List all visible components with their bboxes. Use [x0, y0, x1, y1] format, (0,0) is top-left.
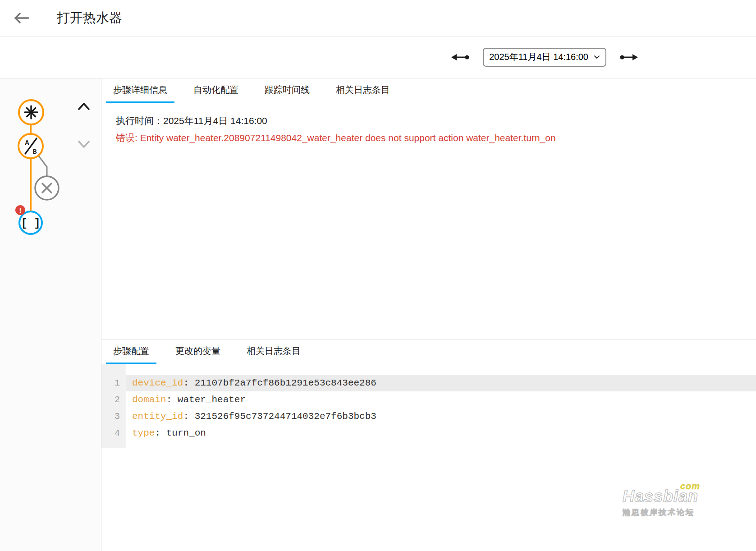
step-details-pane: 执行时间：2025年11月4日 14:16:00 错误: Entity wate…	[101, 103, 756, 340]
code-line: device_id: 21107bf2a7fcf86b1291e53c843ee…	[126, 375, 756, 391]
tab-automation-config[interactable]: 自动化配置	[186, 78, 246, 103]
previous-trace-button[interactable]	[449, 51, 472, 64]
chevron-down-icon	[79, 142, 89, 147]
graph-node-action[interactable]: [ ] !	[15, 205, 42, 234]
yaml-sep: :	[183, 411, 194, 422]
code-line: entity_id: 321526f95c737244714032e7f6b3b…	[126, 408, 756, 425]
yaml-value: 21107bf2a7fcf86b1291e53c843ee286	[195, 378, 376, 388]
graph-node-condition-failed[interactable]	[35, 176, 59, 200]
yaml-key: type	[132, 428, 155, 438]
back-button[interactable]	[13, 9, 31, 27]
tab-step-config[interactable]: 步骤配置	[106, 340, 156, 364]
trace-timestamp-select[interactable]: 2025年11月4日 14:16:00	[483, 48, 606, 67]
line-number: 3	[101, 408, 126, 425]
trace-toolbar: 2025年11月4日 14:16:00	[0, 37, 756, 78]
graph-connector-failed	[38, 156, 47, 176]
yaml-value: turn_on	[166, 428, 206, 438]
executed-time-line: 执行时间：2025年11月4日 14:16:00	[116, 115, 742, 127]
yaml-value: water_heater	[178, 395, 246, 405]
arrow-left-dot-icon	[450, 52, 470, 62]
svg-text:!: !	[19, 207, 22, 214]
main-area: A B [ ] !	[0, 78, 756, 551]
asterisk-icon	[25, 106, 37, 119]
tab-related-logbook[interactable]: 相关日志条目	[329, 78, 397, 103]
tab-step-details[interactable]: 步骤详细信息	[106, 78, 174, 103]
graph-node-trigger[interactable]	[19, 100, 43, 124]
step-config-tabs: 步骤配置 更改的变量 相关日志条目	[101, 340, 756, 364]
trace-graph-panel: A B [ ] !	[0, 78, 101, 551]
next-trace-button[interactable]	[617, 51, 641, 64]
app-header: 打开热水器	[0, 0, 756, 37]
move-down-button[interactable]	[79, 142, 89, 147]
yaml-sep: :	[155, 428, 166, 438]
chevron-down-icon	[594, 55, 600, 59]
trace-graph: A B [ ] !	[0, 78, 101, 250]
tab-related-logbook-2[interactable]: 相关日志条目	[239, 340, 308, 364]
code-line: type: turn_on	[126, 425, 756, 441]
yaml-sep: :	[166, 395, 178, 405]
dot-arrow-right-icon	[619, 52, 639, 62]
error-message: 错误: Entity water_heater.208907211498042_…	[116, 132, 742, 144]
tab-trace-timeline[interactable]: 跟踪时间线	[257, 78, 317, 103]
yaml-key: device_id	[132, 378, 183, 388]
svg-text:A: A	[25, 139, 29, 147]
trace-timestamp-value: 2025年11月4日 14:16:00	[489, 51, 588, 63]
graph-node-condition[interactable]: A B	[18, 134, 43, 158]
chevron-up-icon	[79, 104, 89, 109]
tab-changed-variables[interactable]: 更改的变量	[168, 340, 228, 364]
code-brackets-icon: [ ]	[21, 217, 40, 230]
page-title: 打开热水器	[57, 9, 122, 27]
arrow-left-icon	[14, 12, 30, 24]
executed-time-value: 2025年11月4日 14:16:00	[163, 115, 267, 126]
step-tabs: 步骤详细信息 自动化配置 跟踪时间线 相关日志条目	[101, 78, 756, 103]
code-lines: device_id: 21107bf2a7fcf86b1291e53c843ee…	[126, 364, 756, 448]
yaml-key: domain	[132, 395, 166, 405]
code-line: domain: water_heater	[126, 391, 756, 408]
code-gutter: 1 2 3 4	[101, 364, 126, 448]
line-number: 1	[101, 375, 126, 391]
yaml-code-block[interactable]: 1 2 3 4 device_id: 21107bf2a7fcf86b1291e…	[101, 364, 756, 448]
move-up-button[interactable]	[79, 104, 89, 109]
line-number: 2	[101, 391, 126, 408]
yaml-key: entity_id	[132, 411, 183, 422]
yaml-sep: :	[183, 378, 194, 388]
trace-content: 步骤详细信息 自动化配置 跟踪时间线 相关日志条目 执行时间：2025年11月4…	[101, 78, 756, 551]
line-number: 4	[101, 425, 126, 441]
error-badge: !	[15, 205, 25, 215]
yaml-value: 321526f95c737244714032e7f6b3bcb3	[195, 411, 376, 422]
svg-text:B: B	[32, 148, 37, 156]
executed-time-label: 执行时间：	[116, 115, 163, 126]
